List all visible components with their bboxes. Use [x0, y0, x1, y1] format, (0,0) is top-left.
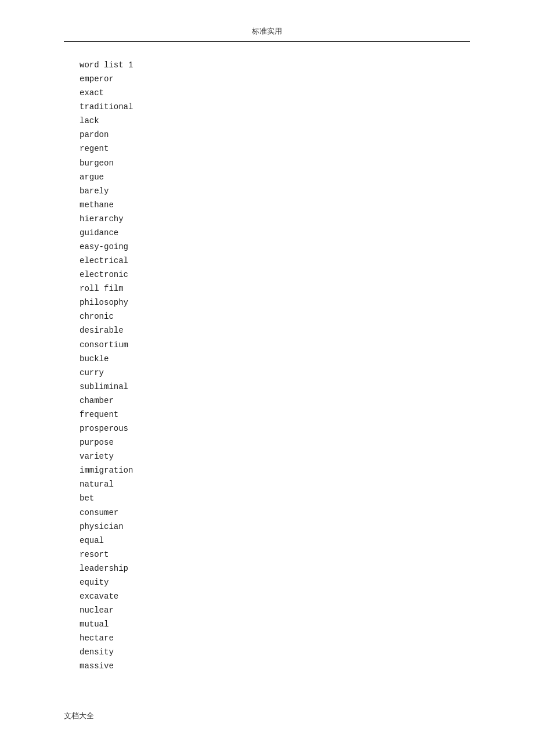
- word-item: barely: [80, 184, 534, 198]
- word-item: roll film: [80, 282, 534, 296]
- word-item: exact: [80, 86, 534, 100]
- word-item: curry: [80, 366, 534, 380]
- word-item: equity: [80, 575, 534, 589]
- word-item: excavate: [80, 589, 534, 603]
- word-item: consortium: [80, 338, 534, 352]
- page-header: 标准实用: [64, 0, 470, 42]
- word-item: hectare: [80, 631, 534, 645]
- word-item: frequent: [80, 408, 534, 422]
- word-item: density: [80, 645, 534, 659]
- word-item: electronic: [80, 268, 534, 282]
- word-item: massive: [80, 659, 534, 673]
- word-item: traditional: [80, 100, 534, 114]
- word-item: natural: [80, 477, 534, 491]
- word-item: resort: [80, 548, 534, 561]
- word-item: methane: [80, 198, 534, 212]
- page-container: 标准实用 word list 1emperorexacttraditionall…: [0, 0, 534, 756]
- word-item: variety: [80, 449, 534, 463]
- word-item: pardon: [80, 128, 534, 142]
- word-item: argue: [80, 170, 534, 184]
- word-item: physician: [80, 520, 534, 534]
- word-item: guidance: [80, 226, 534, 240]
- word-item: subliminal: [80, 380, 534, 394]
- word-item: lack: [80, 114, 534, 128]
- word-item: hierarchy: [80, 212, 534, 226]
- word-item: easy-going: [80, 240, 534, 254]
- word-item: chronic: [80, 309, 534, 323]
- word-item: desirable: [80, 323, 534, 337]
- word-item: prosperous: [80, 422, 534, 435]
- word-list-content: word list 1emperorexacttraditionallackpa…: [0, 42, 534, 673]
- word-item: consumer: [80, 506, 534, 520]
- word-item: burgeon: [80, 156, 534, 170]
- word-item: word list 1: [80, 58, 534, 72]
- word-item: immigration: [80, 463, 534, 477]
- word-item: bet: [80, 491, 534, 505]
- footer-label: 文档大全: [64, 711, 94, 721]
- word-item: emperor: [80, 72, 534, 86]
- word-item: buckle: [80, 352, 534, 366]
- word-item: nuclear: [80, 603, 534, 617]
- word-item: mutual: [80, 617, 534, 631]
- word-item: electrical: [80, 254, 534, 268]
- word-item: equal: [80, 534, 534, 548]
- header-title: 标准实用: [252, 27, 282, 36]
- word-item: leadership: [80, 561, 534, 575]
- word-item: philosophy: [80, 296, 534, 309]
- word-item: chamber: [80, 394, 534, 408]
- word-item: purpose: [80, 435, 534, 449]
- word-item: regent: [80, 142, 534, 156]
